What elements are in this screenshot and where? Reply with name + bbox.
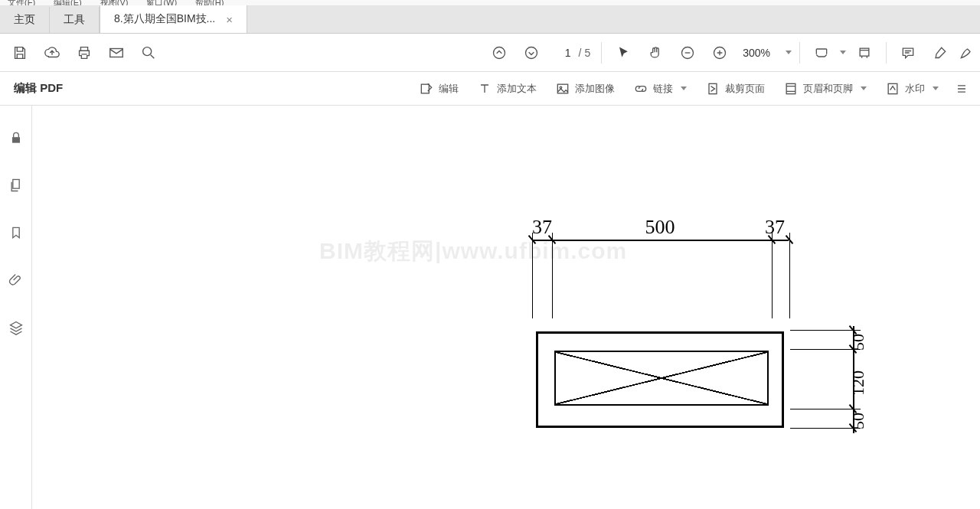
comment-button[interactable] [894, 39, 922, 67]
svg-rect-13 [12, 137, 20, 143]
attachments-button[interactable] [2, 266, 30, 294]
tab-document[interactable]: 8.第八期全国BIM技... × [100, 5, 247, 33]
chevron-down-icon [681, 86, 687, 90]
dim-label-center: 500 [622, 216, 698, 239]
tab-home[interactable]: 主页 [0, 7, 50, 33]
dimension-group-top: 37 500 37 [530, 220, 790, 308]
menu-file[interactable]: 文件(F) [8, 0, 35, 6]
ext-line [790, 409, 861, 409]
menu-edit[interactable]: 编辑(E) [54, 0, 82, 6]
reading-mode-button[interactable] [851, 39, 878, 67]
page-number-input[interactable] [550, 47, 571, 59]
minus-circle-icon [680, 45, 695, 60]
inner-rectangle-crossed [554, 351, 769, 406]
print-button[interactable] [70, 39, 98, 67]
svg-rect-11 [786, 83, 795, 93]
save-button[interactable] [6, 39, 34, 67]
dim-line [552, 240, 772, 241]
watermark-button[interactable]: 水印 [877, 75, 946, 103]
crop-icon [705, 81, 720, 96]
mail-icon [108, 44, 125, 61]
ext-line [532, 233, 533, 318]
side-navigation-rail [0, 106, 32, 509]
plus-circle-icon [712, 45, 727, 60]
close-icon[interactable]: × [226, 13, 233, 26]
zoom-out-button[interactable] [674, 39, 701, 67]
page-up-button[interactable] [485, 39, 513, 67]
fit-width-button[interactable] [808, 39, 835, 67]
list-icon [954, 81, 969, 96]
text-icon [477, 81, 492, 96]
dim-line [532, 240, 552, 241]
separator [601, 42, 602, 64]
crop-page-label: 裁剪页面 [725, 82, 765, 96]
header-footer-icon [783, 81, 799, 96]
svg-rect-6 [860, 48, 869, 56]
zoom-level-display[interactable]: 300% [738, 47, 775, 59]
edit-content-label: 编辑 [439, 82, 459, 96]
sign-button[interactable] [959, 39, 974, 67]
attachment-icon [8, 272, 24, 288]
pages-panel-button[interactable] [2, 171, 30, 199]
zoom-in-button[interactable] [706, 39, 733, 67]
ext-line [552, 233, 553, 318]
search-icon [140, 44, 157, 61]
page-count-label: / 5 [576, 47, 594, 59]
ext-line [772, 233, 773, 318]
tabbar: 主页 工具 8.第八期全国BIM技... × [0, 6, 980, 34]
print-icon [76, 44, 93, 61]
tab-document-label: 8.第八期全国BIM技... [114, 12, 215, 26]
svg-rect-14 [12, 180, 18, 189]
hand-tool[interactable] [642, 39, 669, 67]
watermark-label: 水印 [905, 82, 925, 96]
link-icon [633, 81, 648, 96]
tab-tools[interactable]: 工具 [50, 7, 100, 33]
svg-rect-8 [557, 84, 567, 93]
lock-icon [8, 130, 24, 145]
dim-label-v-top: 50 [848, 334, 868, 351]
svg-rect-7 [421, 84, 429, 93]
dimension-group-right: 50 120 50 [790, 326, 867, 433]
separator [886, 42, 887, 64]
crop-page-button[interactable]: 裁剪页面 [697, 75, 773, 103]
svg-rect-0 [110, 48, 123, 57]
cursor-icon [616, 45, 631, 60]
edit-content-button[interactable]: 编辑 [411, 75, 466, 103]
technical-drawing: 37 500 37 [530, 220, 867, 435]
cloud-upload-button[interactable] [38, 39, 66, 67]
dim-label-left: 37 [527, 216, 557, 239]
chevron-down-icon[interactable] [840, 51, 846, 54]
chevron-down-icon [933, 86, 939, 90]
highlight-button[interactable] [926, 39, 954, 67]
comment-icon [900, 45, 916, 60]
dim-label-v-bot: 50 [848, 413, 868, 429]
highlighter-icon [933, 45, 948, 60]
add-text-button[interactable]: 添加文本 [469, 75, 544, 103]
pen-icon [959, 45, 974, 60]
svg-point-2 [493, 47, 505, 58]
header-footer-button[interactable]: 页眉和页脚 [776, 75, 874, 103]
search-button[interactable] [135, 39, 162, 67]
email-button[interactable] [103, 39, 130, 67]
document-canvas[interactable]: BIM教程网|www.ufbim.com 37 500 37 [32, 106, 980, 509]
chevron-down-icon[interactable] [786, 51, 792, 54]
svg-point-1 [143, 47, 152, 55]
main-toolbar: / 5 300% [0, 34, 980, 72]
link-button[interactable]: 链接 [626, 75, 694, 103]
selection-tool[interactable] [609, 39, 637, 67]
dim-label-v-mid: 120 [848, 370, 868, 396]
bookmarks-button[interactable] [2, 219, 30, 246]
edit-icon [419, 81, 434, 96]
layers-icon [8, 320, 24, 335]
save-icon [11, 44, 28, 61]
lock-button[interactable] [2, 124, 30, 152]
bookmark-icon [8, 225, 24, 240]
image-icon [555, 81, 570, 96]
add-image-button[interactable]: 添加图像 [547, 75, 622, 103]
reading-icon [857, 45, 872, 60]
layers-button[interactable] [2, 314, 30, 341]
more-button[interactable] [949, 75, 974, 103]
separator [799, 42, 800, 64]
page-down-button[interactable] [518, 39, 545, 67]
svg-point-3 [525, 47, 537, 58]
